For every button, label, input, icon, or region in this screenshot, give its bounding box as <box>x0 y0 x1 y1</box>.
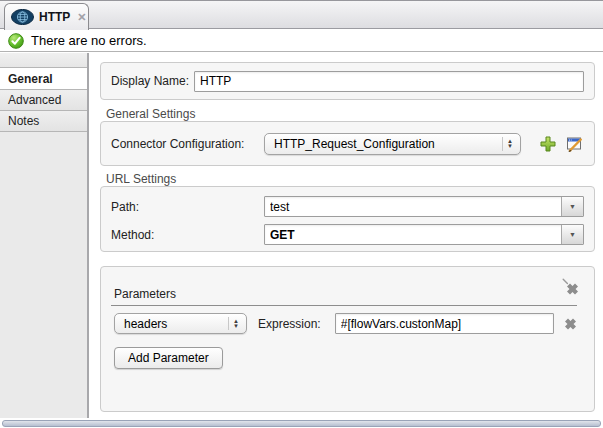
connector-config-actions <box>538 134 584 153</box>
tab-close-icon[interactable]: ✕ <box>77 11 86 24</box>
path-label: Path: <box>111 200 264 214</box>
stepper-arrows-icon: ▲▼ <box>228 317 243 330</box>
edit-configuration-icon[interactable] <box>565 134 584 153</box>
success-check-icon <box>8 33 24 49</box>
status-message: There are no errors. <box>31 33 147 48</box>
delete-parameter-icon[interactable] <box>562 314 581 333</box>
method-dropdown-button[interactable]: ▼ <box>561 225 583 244</box>
sidebar-item-advanced[interactable]: Advanced <box>0 90 87 111</box>
connector-config-select[interactable]: HTTP_Request_Configuration ▲▼ <box>264 133 521 155</box>
general-settings-title: General Settings <box>106 107 195 121</box>
validation-status-bar: There are no errors. <box>0 30 603 52</box>
parameter-type-value: headers <box>124 317 167 331</box>
remove-all-parameters-icon[interactable] <box>562 278 581 297</box>
sidebar-spacer <box>0 53 87 68</box>
display-name-label: Display Name: <box>111 74 194 88</box>
http-globe-icon <box>11 9 34 25</box>
url-settings-title: URL Settings <box>106 172 176 186</box>
path-combo: ▼ <box>264 196 584 217</box>
connector-config-label: Connector Configuration: <box>111 137 264 151</box>
expression-label: Expression: <box>258 317 321 331</box>
method-row: Method: ▼ <box>111 224 584 245</box>
horizontal-scrollbar[interactable] <box>2 420 601 427</box>
parameters-title: Parameters <box>114 287 176 301</box>
dropdown-arrow-icon: ▼ <box>569 203 576 210</box>
path-row: Path: ▼ <box>111 196 584 217</box>
parameter-type-select[interactable]: headers ▲▼ <box>114 313 247 334</box>
add-configuration-icon[interactable] <box>538 134 557 153</box>
stepper-arrows-icon: ▲▼ <box>502 137 517 151</box>
path-dropdown-button[interactable]: ▼ <box>561 197 583 216</box>
url-settings-group: Path: ▼ Method: ▼ <box>100 186 595 252</box>
general-settings-group: Connector Configuration: HTTP_Request_Co… <box>100 121 595 166</box>
dropdown-arrow-icon: ▼ <box>569 231 576 238</box>
display-name-group: Display Name: <box>100 62 595 100</box>
method-label: Method: <box>111 228 264 242</box>
tab-http[interactable]: HTTP ✕ <box>4 3 89 30</box>
parameter-row: headers ▲▼ Expression: <box>114 313 584 334</box>
parameters-separator <box>111 305 577 306</box>
add-parameter-button[interactable]: Add Parameter <box>114 347 223 369</box>
sidebar-item-general[interactable]: General <box>0 68 87 90</box>
connector-config-value: HTTP_Request_Configuration <box>274 137 435 151</box>
sidebar-item-notes[interactable]: Notes <box>0 111 87 132</box>
method-input[interactable] <box>264 224 584 245</box>
method-combo: ▼ <box>264 224 584 245</box>
properties-sidebar: General Advanced Notes <box>0 53 89 418</box>
tab-title: HTTP <box>39 10 70 24</box>
editor-tab-bar: HTTP ✕ <box>0 0 603 29</box>
path-input[interactable] <box>264 196 584 217</box>
display-name-input[interactable] <box>194 71 584 92</box>
parameters-group: Parameters headers ▲▼ Expression: Add Pa… <box>100 266 595 412</box>
expression-input[interactable] <box>335 313 554 334</box>
